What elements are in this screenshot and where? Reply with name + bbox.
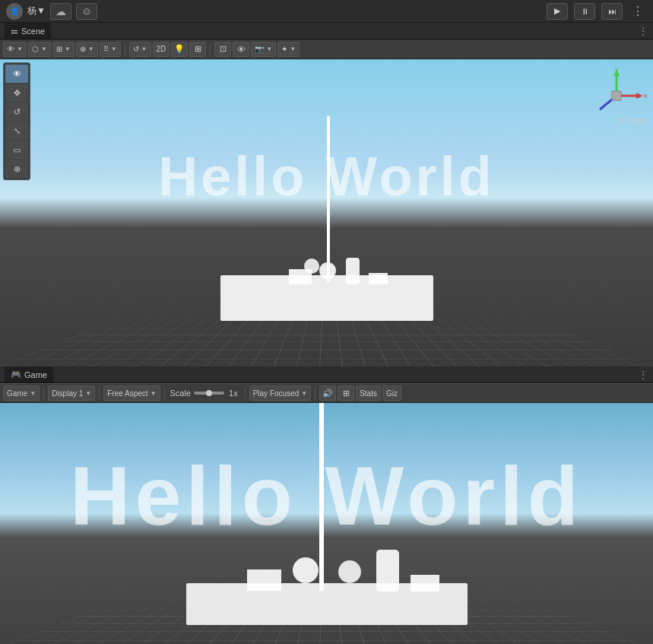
game-cube2 [411, 575, 439, 592]
scene-tab[interactable]: ⚌ Scene [5, 23, 51, 39]
gizmo-label: < Persp [619, 116, 645, 125]
stats-label: Stats [360, 389, 377, 398]
scene-2d-btn[interactable]: 2D [153, 42, 170, 57]
scene-move-btn[interactable]: ⊕▼ [76, 42, 98, 57]
game-sep2 [99, 387, 100, 399]
scene-eye-tool[interactable]: 👁 [5, 65, 28, 83]
scene-view-btn[interactable]: 👁▼ [3, 42, 27, 57]
game-stats-btn[interactable]: Stats [356, 385, 381, 401]
scale-dot [206, 390, 212, 396]
game-label: Game [7, 389, 27, 398]
top-bar: 👤 杨▼ ☁ ⊙ ▶ ⏸ ⏭ ⋮ [0, 0, 653, 23]
scene-scale-tool[interactable]: ⤡ [5, 122, 28, 140]
toolbar-sep1 [125, 43, 125, 56]
display-label: Display 1 [52, 389, 83, 398]
scale-slider[interactable] [194, 392, 224, 395]
scene-shapes-btn[interactable]: ⬡▼ [28, 42, 51, 57]
scene-left-toolbar: 👁 ✥ ↺ ⤡ ▭ ⊕ [3, 62, 30, 180]
game-sep5 [315, 387, 315, 399]
game-panel: 🎮 Game ⋮ Game ▼ Display 1 ▼ Free Aspect … [0, 366, 653, 644]
toolbar-sep2 [210, 43, 211, 56]
game-grid-btn[interactable]: ⊞ [338, 385, 354, 401]
top-bar-right: ⋮ [629, 4, 647, 18]
scene-move-tool[interactable]: ✥ [5, 84, 28, 102]
scene-tab-label: Scene [21, 27, 45, 36]
game-objects [175, 511, 479, 625]
topbar-more-button[interactable]: ⋮ [629, 4, 647, 18]
game-sphere2 [338, 560, 361, 583]
scene-gizmo-btn[interactable]: ✦▼ [277, 42, 300, 57]
game-cylinder [376, 550, 399, 592]
scene-dots-btn[interactable]: ⠿▼ [100, 42, 121, 57]
scene-panel: ⚌ Scene ⋮ 👁▼ ⬡▼ ⊞▼ ⊕▼ ⠿▼ ↺▼ 2D 💡 ⊞ ⊡ [0, 23, 653, 366]
scene-objects [213, 230, 441, 321]
play-focused-btn[interactable]: Play Focused ▼ [249, 385, 312, 401]
scene-viewport[interactable]: Hello World 👁 ✥ ↺ ⤡ ▭ ⊕ [0, 59, 653, 366]
scene-spike [327, 116, 330, 283]
scene-2d-label: 2D [157, 45, 166, 53]
display-dropdown-btn[interactable]: Display 1 ▼ [48, 385, 95, 401]
avatar: 👤 [6, 3, 23, 20]
svg-marker-3 [636, 93, 643, 99]
game-dropdown-btn[interactable]: Game ▼ [3, 385, 40, 401]
scene-snap-btn[interactable]: ⊡ [214, 42, 231, 57]
scene-cube2 [369, 273, 388, 284]
play-button[interactable]: ▶ [547, 3, 568, 20]
scene-sphere2 [304, 259, 319, 274]
game-sphere1 [293, 557, 319, 583]
svg-text:x: x [644, 92, 647, 100]
game-toolbar: Game ▼ Display 1 ▼ Free Aspect ▼ Scale 1… [0, 383, 653, 403]
scene-multi-tool[interactable]: ⊕ [5, 160, 28, 178]
aspect-label: Free Aspect [107, 389, 147, 398]
game-sep3 [164, 387, 165, 399]
scene-refresh-btn[interactable]: ↺▼ [129, 42, 151, 57]
game-tab-bar: 🎮 Game ⋮ [0, 366, 653, 383]
scene-light-btn[interactable]: 💡 [171, 42, 188, 57]
scale-label: Scale [170, 389, 192, 398]
scene-gizmo[interactable]: y x < Persp [586, 65, 647, 126]
game-cube1 [247, 569, 281, 591]
scene-toolbar: 👁▼ ⬡▼ ⊞▼ ⊕▼ ⠿▼ ↺▼ 2D 💡 ⊞ ⊡ 👁 📷▼ ✦▼ [0, 40, 653, 59]
game-viewport[interactable]: Hello World [0, 403, 653, 644]
scene-tab-bar: ⚌ Scene ⋮ [0, 23, 653, 40]
scene-cylinder1 [346, 258, 360, 284]
game-sep4 [245, 387, 246, 399]
scene-eye2-btn[interactable]: 👁 [233, 42, 249, 57]
svg-rect-5 [612, 91, 621, 100]
step-button[interactable]: ⏭ [601, 3, 623, 20]
game-tab-icon: 🎮 [11, 370, 21, 379]
scale-value: 1x [229, 389, 238, 398]
game-tab-label: Game [24, 370, 47, 379]
scene-rect-tool[interactable]: ▭ [5, 141, 28, 159]
scene-layout-btn[interactable]: ⊞▼ [52, 42, 74, 57]
svg-text:y: y [615, 65, 619, 73]
game-sep1 [43, 387, 44, 399]
pause-button[interactable]: ⏸ [574, 3, 595, 20]
collab-button[interactable]: ⊙ [76, 3, 97, 20]
user-name[interactable]: 杨▼ [27, 5, 46, 17]
gizmos-label: Giz [386, 389, 398, 398]
game-speaker-btn[interactable]: 🔊 [319, 385, 336, 401]
aspect-dropdown-btn[interactable]: Free Aspect ▼ [103, 385, 160, 401]
scene-rotate-tool[interactable]: ↺ [5, 103, 28, 121]
play-focused-label: Play Focused [253, 389, 300, 398]
scene-grid-btn2[interactable]: ⊞ [189, 42, 206, 57]
scene-sphere1 [319, 262, 336, 279]
game-gizmos-btn[interactable]: Giz [382, 385, 401, 401]
scene-tab-icon: ⚌ [11, 26, 18, 36]
game-spike [319, 403, 324, 591]
top-bar-left: 👤 杨▼ ☁ ⊙ [6, 3, 540, 20]
cloud-button[interactable]: ☁ [50, 3, 71, 20]
top-bar-center: ▶ ⏸ ⏭ [547, 3, 623, 20]
game-tab-more[interactable]: ⋮ [638, 369, 648, 381]
scene-tab-more[interactable]: ⋮ [638, 25, 648, 37]
game-tab[interactable]: 🎮 Game [5, 366, 53, 382]
scene-camera-btn[interactable]: 📷▼ [251, 42, 276, 57]
